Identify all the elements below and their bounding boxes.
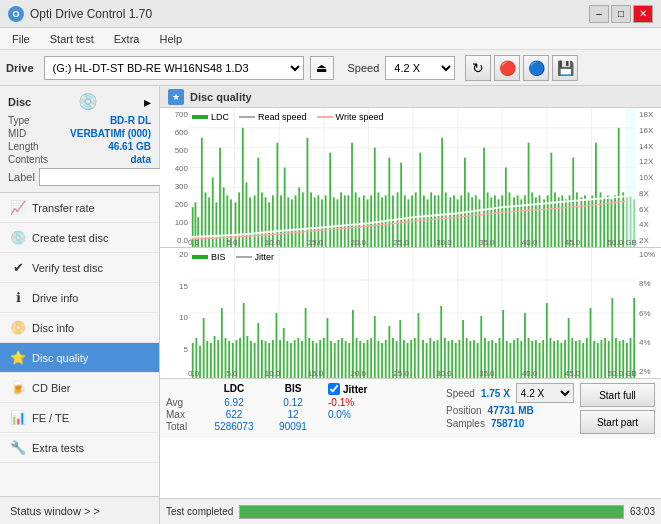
start-full-button[interactable]: Start full bbox=[580, 383, 655, 407]
speed-select[interactable]: 4.2 X bbox=[385, 56, 455, 80]
stats-avg-bis: 0.12 bbox=[268, 397, 318, 408]
svg-rect-19 bbox=[201, 138, 203, 247]
status-number: 63:03 bbox=[630, 506, 655, 517]
stats-headers: LDC BIS Jitter bbox=[166, 383, 442, 395]
stats-total-row: Total 5286073 90091 bbox=[166, 421, 442, 432]
maximize-button[interactable]: □ bbox=[611, 5, 631, 23]
app-icon: O bbox=[8, 6, 24, 22]
top-chart-x-axis: 0.0 5.0 10.0 15.0 20.0 25.0 30.0 35.0 40… bbox=[188, 238, 637, 247]
drive-icon-buttons: ↻ 🔴 🔵 💾 bbox=[465, 55, 578, 81]
window-controls: – □ ✕ bbox=[589, 5, 653, 23]
menu-bar: File Start test Extra Help bbox=[0, 28, 661, 50]
svg-rect-124 bbox=[595, 143, 597, 247]
stats-max-label: Max bbox=[166, 409, 200, 420]
content-area: ★ Disc quality bbox=[160, 86, 661, 524]
drive-label: Drive bbox=[6, 62, 34, 74]
stats-avg-row: Avg 6.92 0.12 -0.1% bbox=[166, 397, 442, 408]
eject-button[interactable]: ⏏ bbox=[310, 56, 334, 80]
bottom-chart-y-axis-left: 20 15 10 5 bbox=[160, 248, 188, 378]
refresh-button[interactable]: ↻ bbox=[465, 55, 491, 81]
svg-rect-47 bbox=[307, 138, 309, 247]
legend-ldc: LDC bbox=[192, 112, 229, 122]
sidebar: Disc 💿 ▸ Type BD-R DL MID VERBATIMf (000… bbox=[0, 86, 160, 524]
disc-contents-key: Contents bbox=[8, 154, 48, 165]
svg-rect-89 bbox=[464, 158, 466, 247]
legend-bis: BIS bbox=[192, 252, 226, 262]
transfer-rate-icon: 📈 bbox=[10, 200, 26, 216]
sidebar-item-transfer-rate[interactable]: 📈 Transfer rate bbox=[0, 193, 159, 223]
disc-panel-header: Disc 💿 ▸ bbox=[8, 92, 151, 111]
disc-mid-key: MID bbox=[8, 128, 26, 139]
stats-jitter-header: Jitter bbox=[328, 383, 367, 395]
save-button[interactable]: 💾 bbox=[552, 55, 578, 81]
samples-row: Samples 758710 bbox=[446, 418, 576, 429]
sidebar-item-disc-info[interactable]: 📀 Disc info bbox=[0, 313, 159, 343]
stats-bar: LDC BIS Jitter Avg 6.92 0.12 bbox=[160, 378, 661, 438]
top-chart-y-axis-right: 18X 16X 14X 12X 10X 8X 6X 4X 2X bbox=[637, 108, 661, 247]
sidebar-item-create-test-disc[interactable]: 💿 Create test disc bbox=[0, 223, 159, 253]
stats-max-row: Max 622 12 0.0% bbox=[166, 409, 442, 420]
create-test-disc-icon: 💿 bbox=[10, 230, 26, 246]
stats-ldc-header: LDC bbox=[200, 383, 268, 395]
legend-bis-color bbox=[192, 255, 208, 259]
top-chart: 700 600 500 400 300 200 100 0.0 18X 16X … bbox=[160, 108, 661, 248]
charts-area: 700 600 500 400 300 200 100 0.0 18X 16X … bbox=[160, 108, 661, 498]
svg-rect-157 bbox=[221, 308, 223, 378]
menu-start-test[interactable]: Start test bbox=[42, 31, 102, 47]
sidebar-item-extra-tests[interactable]: 🔧 Extra tests bbox=[0, 433, 159, 463]
bottom-chart-svg bbox=[190, 248, 636, 378]
content-header: ★ Disc quality bbox=[160, 86, 661, 108]
close-button[interactable]: ✕ bbox=[633, 5, 653, 23]
jitter-checkbox[interactable] bbox=[328, 383, 340, 395]
sidebar-item-drive-info[interactable]: ℹ Drive info bbox=[0, 283, 159, 313]
main-layout: Disc 💿 ▸ Type BD-R DL MID VERBATIMf (000… bbox=[0, 86, 661, 524]
sidebar-item-disc-quality[interactable]: ⭐ Disc quality bbox=[0, 343, 159, 373]
sidebar-item-fe-te[interactable]: 📊 FE / TE bbox=[0, 403, 159, 433]
stats-max-ldc: 622 bbox=[200, 409, 268, 420]
top-chart-y-axis-left: 700 600 500 400 300 200 100 0.0 bbox=[160, 108, 188, 247]
start-part-button[interactable]: Start part bbox=[580, 410, 655, 434]
disc-label-input[interactable] bbox=[39, 168, 172, 186]
disc-panel: Disc 💿 ▸ Type BD-R DL MID VERBATIMf (000… bbox=[0, 86, 159, 193]
disc-quality-header-icon: ★ bbox=[168, 89, 184, 105]
sidebar-item-cd-bier[interactable]: 🍺 CD Bier bbox=[0, 373, 159, 403]
fe-te-label: FE / TE bbox=[32, 412, 69, 424]
svg-rect-217 bbox=[440, 306, 442, 378]
samples-key: Samples bbox=[446, 418, 485, 429]
settings-button[interactable]: 🔵 bbox=[523, 55, 549, 81]
bottom-chart-legend: BIS Jitter bbox=[192, 252, 274, 262]
speed-select-stats[interactable]: 4.2 X bbox=[516, 383, 574, 403]
svg-rect-135 bbox=[625, 108, 636, 247]
svg-rect-118 bbox=[572, 158, 574, 247]
disc-label: Disc bbox=[8, 96, 31, 108]
drive-info-label: Drive info bbox=[32, 292, 78, 304]
speed-label: Speed bbox=[348, 62, 380, 74]
disc-mid-val: VERBATIMf (000) bbox=[70, 128, 151, 139]
stats-avg-ldc: 6.92 bbox=[200, 397, 268, 408]
menu-extra[interactable]: Extra bbox=[106, 31, 148, 47]
cd-bier-icon: 🍺 bbox=[10, 380, 26, 396]
drive-info-icon: ℹ bbox=[10, 290, 26, 306]
menu-help[interactable]: Help bbox=[151, 31, 190, 47]
stats-total-bis: 90091 bbox=[268, 421, 318, 432]
stats-total-ldc: 5286073 bbox=[200, 421, 268, 432]
minimize-button[interactable]: – bbox=[589, 5, 609, 23]
stats-bis-header: BIS bbox=[268, 383, 318, 395]
menu-file[interactable]: File bbox=[4, 31, 38, 47]
sidebar-item-verify-test-disc[interactable]: ✔ Verify test disc bbox=[0, 253, 159, 283]
disc-length-val: 46.61 GB bbox=[108, 141, 151, 152]
legend-write-speed-color bbox=[317, 116, 333, 118]
svg-rect-180 bbox=[305, 308, 307, 378]
disc-info-icon: 📀 bbox=[10, 320, 26, 336]
disc-chevron-icon: ▸ bbox=[144, 94, 151, 110]
create-test-disc-label: Create test disc bbox=[32, 232, 108, 244]
config-button[interactable]: 🔴 bbox=[494, 55, 520, 81]
svg-rect-130 bbox=[618, 128, 620, 247]
title-bar: O Opti Drive Control 1.70 – □ ✕ bbox=[0, 0, 661, 28]
drive-select[interactable]: (G:) HL-DT-ST BD-RE WH16NS48 1.D3 bbox=[44, 56, 304, 80]
extra-tests-icon: 🔧 bbox=[10, 440, 26, 456]
status-window-button[interactable]: Status window > > bbox=[0, 496, 159, 524]
svg-rect-41 bbox=[284, 168, 286, 247]
disc-length-key: Length bbox=[8, 141, 39, 152]
status-text: Test completed bbox=[166, 506, 233, 517]
